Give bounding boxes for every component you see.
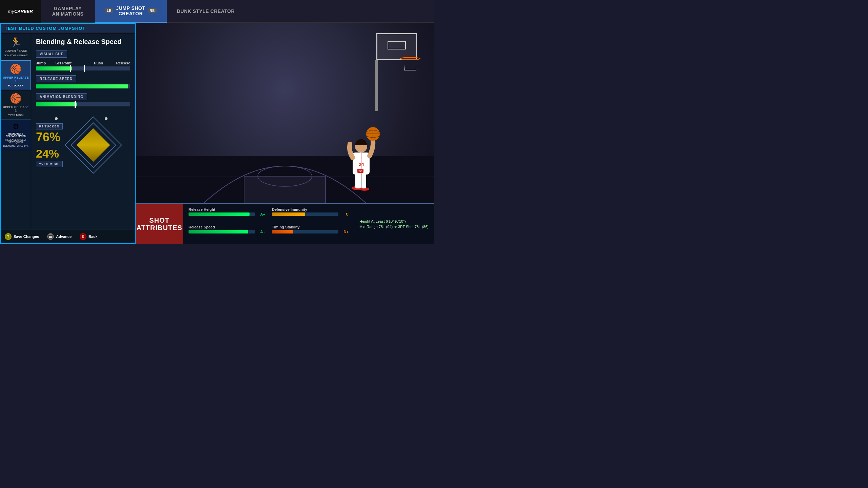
timing-stability-fill — [272, 230, 293, 233]
visual-cue-slider-fill — [36, 66, 72, 70]
defensive-immunity-name: Defensive Immunity — [272, 207, 349, 211]
top-navigation: myCAREER Gameplay Animations LB Jump Sho… — [0, 0, 434, 23]
release-height-name: Release Height — [189, 207, 265, 211]
court-lines-svg — [136, 108, 434, 203]
panel-title: TEST BUILD CUSTOM JUMPSHOT — [1, 24, 135, 33]
defensive-immunity-bar — [272, 212, 338, 216]
release-speed-slider-section — [36, 84, 130, 88]
left-panel: TEST BUILD CUSTOM JUMPSHOT 🏃 Lower / Bas… — [0, 23, 136, 244]
sidebar: 🏃 Lower / Base Jonathan Isaac 🏀 Upper Re… — [1, 33, 31, 229]
advance-label: Advance — [56, 235, 72, 239]
animation-blend-track[interactable] — [36, 102, 130, 106]
advance-button[interactable]: ☰ Advance — [47, 233, 72, 240]
upper-release-2-icon: 🏀 — [10, 93, 22, 104]
left-content: 🏃 Lower / Base Jonathan Isaac 🏀 Upper Re… — [1, 33, 135, 229]
visual-cue-badge[interactable]: VISUAL CUE — [36, 50, 67, 58]
lower-base-icon: 🏃 — [10, 37, 22, 48]
release-speed-track[interactable] — [36, 84, 130, 88]
yves-missi-pct: 24% — [36, 147, 63, 160]
main-layout: TEST BUILD CUSTOM JUMPSHOT 🏃 Lower / Bas… — [0, 23, 434, 244]
svg-text:2K: 2K — [358, 170, 362, 173]
release-speed-bar — [189, 230, 255, 233]
save-changes-button[interactable]: Y Save Changes — [5, 233, 39, 240]
shot-attribute-stats: Release Height A+ Defensive Immunity — [183, 204, 354, 244]
basketball-hoop — [359, 26, 427, 94]
visual-cue-marker — [84, 65, 85, 72]
blend-item-yves: 24% YVES MISSI — [36, 147, 63, 167]
pj-tucker-pct: 76% — [36, 130, 63, 144]
upper-release-1-icon: 🏀 — [10, 63, 22, 75]
sidebar-item-lower-base[interactable]: 🏃 Lower / Base Jonathan Isaac — [1, 33, 31, 60]
jump-label: Jump — [36, 61, 46, 65]
b-button-icon: B — [80, 233, 86, 240]
release-label: Release — [116, 61, 130, 65]
svg-rect-8 — [355, 173, 361, 188]
sidebar-item-upper-release-2[interactable]: 🏀 Upper Release 2 Yves Missi — [1, 90, 31, 120]
stat-release-height: Release Height A+ — [189, 207, 265, 223]
basketball-rim — [400, 57, 420, 60]
y-button-icon: Y — [5, 233, 12, 240]
setpoint-slider-section: Jump Set Point Push Release — [36, 61, 130, 70]
release-speed-badge[interactable]: RELEASE SPEED — [36, 75, 76, 82]
release-height-fill — [189, 212, 250, 216]
right-panel: 24 2K — [136, 23, 434, 244]
timing-stability-grade: D+ — [340, 230, 349, 234]
yves-missi-label: Yves Missi — [8, 114, 23, 117]
blend-section: PJ TUCKER 76% 24% YVES MISSI — [36, 118, 130, 172]
height-requirement-text: Height At Least 6'10" (6'10") — [359, 219, 429, 223]
release-height-grade: A+ — [257, 212, 265, 216]
timing-stability-bar — [272, 230, 338, 233]
svg-rect-9 — [361, 174, 366, 188]
backboard — [376, 33, 417, 60]
defensive-immunity-grade: C — [340, 212, 349, 216]
stat-defensive-immunity: Defensive Immunity C — [272, 207, 349, 223]
sidebar-item-upper-release-1[interactable]: 🏀 Upper Release 1 PJ Tucker — [1, 60, 31, 90]
bottom-bar: Y Save Changes ☰ Advance B Back — [1, 229, 135, 243]
yves-missi-blend-label: YVES MISSI — [36, 161, 63, 167]
setpoint-label: Set Point — [46, 61, 81, 65]
content-area: Blending & Release Speed VISUAL CUE Jump… — [31, 33, 135, 229]
hoop-pole — [375, 60, 378, 111]
animation-blend-slider-section — [36, 102, 130, 113]
court-background: 24 2K — [136, 23, 434, 244]
push-label: Push — [81, 61, 116, 65]
release-height-bar — [189, 212, 255, 216]
svg-text:24: 24 — [359, 162, 364, 167]
shooting-requirement-text: Mid-Range 78+ (94) or 3PT Shot 78+ (86) — [359, 225, 429, 229]
release-speed-stat-name: Release Speed — [189, 225, 265, 229]
blend-item-pj: PJ TUCKER 76% — [36, 123, 63, 144]
tab-dunk-style-creator[interactable]: Dunk Style Creator — [167, 0, 245, 23]
jonathan-isaac-label: Jonathan Isaac — [4, 54, 28, 57]
save-changes-label: Save Changes — [14, 235, 39, 239]
sidebar-item-blending[interactable]: ⚙ Blending &Release Speed Release Speed:… — [1, 120, 31, 150]
logo-text: myCAREER — [8, 9, 33, 14]
diamond-visualization — [70, 118, 117, 172]
shot-attributes-panel: SHOTATTRIBUTES Release Height A+ — [136, 203, 434, 244]
lb-badge: LB — [105, 8, 113, 13]
release-speed-fill — [36, 84, 128, 88]
release-speed-grade: A+ — [257, 230, 265, 234]
release-speed-bar-fill — [189, 230, 248, 233]
pj-tucker-label: PJ Tucker — [8, 84, 23, 87]
animation-blend-fill — [36, 102, 77, 106]
tab-jumpshot-creator[interactable]: LB Jump ShotCreator RB — [95, 0, 167, 23]
back-button[interactable]: B Back — [80, 233, 97, 240]
svg-rect-5 — [244, 176, 326, 203]
shot-attributes-info: Height At Least 6'10" (6'10") Mid-Range … — [354, 204, 434, 244]
animation-blending-badge[interactable]: ANIMATION BLENDING — [36, 93, 87, 100]
blend-stats: PJ TUCKER 76% 24% YVES MISSI — [36, 123, 63, 167]
section-title: Blending & Release Speed — [36, 38, 130, 46]
jumpshot-tab-label: Jump ShotCreator — [116, 5, 145, 16]
mycareer-logo: myCAREER — [0, 0, 41, 23]
player-character-svg: 24 2K — [342, 119, 380, 193]
blending-icon: ⚙ — [13, 122, 19, 131]
defensive-immunity-fill — [272, 212, 305, 216]
stat-release-speed: Release Speed A+ — [189, 225, 265, 241]
rb-badge: RB — [148, 8, 156, 13]
visual-cue-slider-track[interactable] — [36, 66, 130, 70]
animation-blend-thumb — [75, 101, 76, 108]
stat-timing-stability: Timing Stability D+ — [272, 225, 349, 241]
tab-gameplay-animations[interactable]: Gameplay Animations — [41, 0, 95, 23]
menu-button-icon: ☰ — [47, 233, 54, 240]
back-label: Back — [88, 235, 97, 239]
